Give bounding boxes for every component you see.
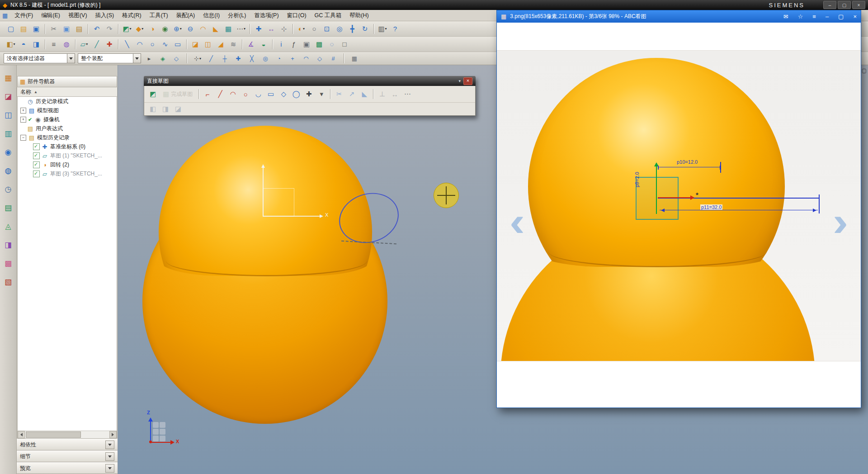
history-icon[interactable]: ◷ — [3, 184, 14, 194]
measure-distance-icon[interactable]: ↔ — [265, 23, 277, 35]
quick-trim-icon[interactable]: ✂ — [333, 88, 345, 100]
tree-item-sketch-3[interactable]: ▱ 草图 (3) "SKETCH_... — [18, 169, 117, 178]
more-features-icon[interactable]: ⋯▾ — [235, 23, 247, 35]
point-icon[interactable]: ✚ — [104, 38, 115, 50]
redo-icon[interactable]: ↷ — [104, 23, 115, 35]
undo-icon[interactable]: ↶ — [91, 23, 103, 35]
menu-insert[interactable]: 插入(S) — [91, 10, 118, 21]
fullscreen-icon[interactable]: □ — [339, 38, 350, 50]
expand-toggle[interactable]: + — [20, 117, 26, 123]
window-icon[interactable]: ▥▾ — [377, 23, 388, 35]
web-browser-icon[interactable]: ◍ — [3, 165, 14, 176]
menu-preferences[interactable]: 首选项(P) — [250, 10, 283, 21]
draft-icon[interactable]: ◢ — [215, 38, 226, 50]
quadrant-snap-icon[interactable]: ◔ — [274, 53, 284, 63]
datum-axis-icon[interactable]: ╱ — [91, 38, 103, 50]
arc-center-snap-icon[interactable]: ◎ — [260, 53, 270, 63]
tree-item-cameras[interactable]: + ◉ 摄像机 — [18, 115, 117, 124]
quick-extend-icon[interactable]: ↗ — [346, 88, 358, 100]
profile-tool-icon[interactable]: ⌐ — [202, 88, 213, 100]
tree-item-model-history[interactable]: − ▤ 模型历史记录 — [18, 133, 117, 142]
polygon-tool-icon[interactable]: ◇ — [278, 88, 289, 100]
line-tool-icon[interactable]: ╱ — [214, 88, 226, 100]
menu-file[interactable]: 文件(F) — [10, 10, 37, 21]
subtract-icon[interactable]: ⊖ — [184, 23, 196, 35]
measure-angle-icon[interactable]: ∡ — [245, 38, 257, 50]
general-selection-icon[interactable]: ◈ — [158, 53, 168, 63]
tree-item-sketch-1[interactable]: ▱ 草图 (1) "SKETCH_... — [18, 151, 117, 160]
tree-item-history-mode[interactable]: ◷ 历史记录模式 — [18, 97, 117, 106]
panel-details[interactable]: 细节 — [17, 450, 118, 462]
navigator-column-header[interactable]: 名称 ▲ — [17, 87, 118, 97]
class-selection-icon[interactable]: ⊹ — [278, 23, 290, 35]
point-tool-icon[interactable]: ✚ — [303, 88, 315, 100]
restore-view-icon[interactable]: ▢ — [862, 67, 867, 74]
previous-image-button[interactable]: ‹ — [509, 201, 525, 242]
close-button[interactable]: × — [853, 13, 857, 20]
shell-icon[interactable]: ▦ — [222, 23, 234, 35]
roles-icon[interactable]: ◨ — [3, 239, 14, 250]
chamfer-icon[interactable]: ◣ — [210, 23, 222, 35]
tree-item-revolve-2[interactable]: ◑ 回转 (2) — [18, 160, 117, 169]
auto-dimension-icon[interactable]: ↔ — [389, 88, 401, 100]
save-icon[interactable]: ▣ — [30, 23, 42, 35]
fit-window-icon[interactable]: ⊡ — [321, 23, 333, 35]
circle-tool-icon[interactable]: ○ — [240, 88, 251, 100]
maximize-button[interactable]: ▢ — [838, 1, 851, 9]
datum-plane-icon[interactable]: ▱▾ — [78, 38, 90, 50]
wireframe-display-icon[interactable]: ○ — [308, 23, 320, 35]
layer-settings-icon[interactable]: ≡ — [48, 38, 60, 50]
viewer-titlebar[interactable]: ▦ 3.png(815x653像素,211.61KB) - 第3/6张 98% … — [497, 10, 861, 23]
manufacturing-wizards-icon[interactable]: ◬ — [3, 221, 14, 232]
point-on-curve-snap-icon[interactable]: ◠ — [301, 53, 311, 63]
rectangle-icon[interactable]: ▭ — [172, 38, 184, 50]
grid-snap-icon[interactable]: # — [328, 53, 338, 63]
rectangle-tool-icon[interactable]: ▭ — [265, 88, 277, 100]
visibility-checkbox[interactable] — [33, 143, 40, 150]
tree-item-model-views[interactable]: + ▤ 模型视图 — [18, 106, 117, 115]
rotate-icon[interactable]: ↻ — [359, 23, 371, 35]
control-point-snap-icon[interactable]: ✚ — [233, 53, 243, 63]
visibility-checkbox[interactable] — [33, 171, 40, 177]
minimize-button[interactable]: – — [823, 1, 836, 9]
move-object-icon[interactable]: ✚ — [253, 23, 264, 35]
menu-assemblies[interactable]: 装配(A) — [172, 10, 199, 21]
selection-filter-combo[interactable]: 没有选择过滤器 — [4, 53, 75, 63]
circle-icon[interactable]: ○ — [146, 38, 158, 50]
collapse-toggle[interactable]: − — [20, 135, 26, 141]
menu-help[interactable]: 帮助(H) — [345, 10, 373, 21]
orient-front-icon[interactable]: ◨ — [30, 38, 42, 50]
scroll-left-button[interactable] — [18, 431, 25, 438]
make-corner-icon[interactable]: ◣ — [359, 88, 370, 100]
fillet-tool-icon[interactable]: ◡ — [252, 88, 264, 100]
minimize-button[interactable]: – — [826, 13, 829, 20]
close-sketch-toolbar-button[interactable]: × — [463, 77, 472, 85]
ellipse-tool-icon[interactable]: ◯ — [290, 88, 302, 100]
arc-tool-icon[interactable]: ◠ — [227, 88, 239, 100]
sketch-plane-icon[interactable]: ◧ — [147, 103, 159, 115]
scroll-right-button[interactable] — [109, 431, 117, 438]
section-view-icon[interactable]: ◒ — [258, 38, 269, 50]
combo-dropdown-icon[interactable] — [67, 54, 75, 63]
revolve-icon[interactable]: ◑ — [146, 23, 158, 35]
panel-expand-button[interactable] — [105, 452, 114, 461]
selection-scope-combo[interactable]: 整个装配 — [78, 53, 141, 63]
sketch-task-icon[interactable]: ◩ — [147, 88, 159, 100]
orient-trimetric-icon[interactable]: ◧▾ — [5, 38, 17, 50]
menu-icon[interactable]: ≡ — [812, 13, 816, 20]
copy-icon[interactable]: ▣ — [61, 23, 72, 35]
highlight-selection-icon[interactable]: ◇ — [171, 53, 181, 63]
cut-icon[interactable]: ✂ — [48, 23, 60, 35]
shaded-display-icon[interactable]: ◐▾ — [296, 23, 307, 35]
extrude-icon[interactable]: ◆▾ — [134, 23, 146, 35]
show-hide-icon[interactable]: ◍ — [61, 38, 72, 50]
menu-analysis[interactable]: 分析(L) — [224, 10, 250, 21]
pan-icon[interactable]: ╋ — [346, 23, 358, 35]
panel-dependencies[interactable]: 相依性 — [17, 439, 118, 450]
toolbar-options-arrow-icon[interactable]: ▾ — [458, 79, 461, 83]
touch-mode-icon[interactable]: ▧ — [3, 276, 14, 287]
expressions-icon[interactable]: ƒ — [288, 38, 300, 50]
menu-edit[interactable]: 编辑(E) — [37, 10, 64, 21]
visibility-checkbox[interactable] — [33, 152, 40, 159]
hd3d-tools-icon[interactable]: ◉ — [3, 147, 14, 157]
